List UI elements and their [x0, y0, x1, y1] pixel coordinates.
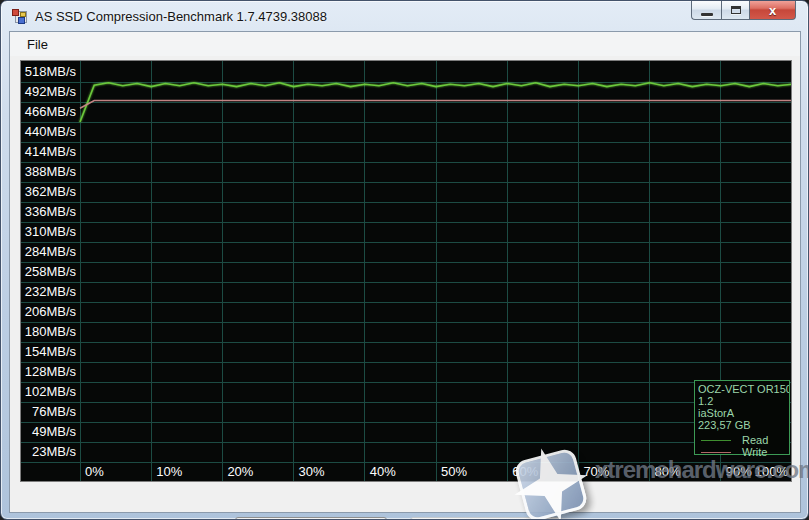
x-axis-label: 20% — [227, 463, 253, 481]
menu-bar: File — [10, 32, 800, 56]
maximize-icon — [731, 6, 741, 14]
y-axis-label: 284MB/s — [21, 242, 76, 262]
y-axis-label: 388MB/s — [21, 162, 76, 182]
xtremehardware-logo-icon — [506, 440, 597, 520]
y-axis-label: 128MB/s — [21, 362, 76, 382]
write-line-swatch — [701, 452, 731, 453]
x-axis-label: 40% — [370, 463, 396, 481]
x-axis-label: 30% — [299, 463, 325, 481]
client-area: File 518MB/s492MB/s466MB/s440MB/s414MB/s… — [9, 31, 801, 513]
y-axis-label: 518MB/s — [21, 62, 76, 82]
title-bar[interactable]: AS SSD Compression-Benchmark 1.7.4739.38… — [1, 1, 808, 31]
read-line-swatch — [701, 440, 731, 441]
y-axis-label: 362MB/s — [21, 182, 76, 202]
y-axis-label: 440MB/s — [21, 122, 76, 142]
y-axis-label: 232MB/s — [21, 282, 76, 302]
plot-area — [21, 61, 791, 481]
y-axis-label: 49MB/s — [21, 422, 76, 442]
menu-item-file[interactable]: File — [20, 35, 55, 54]
app-icon — [12, 9, 28, 25]
close-icon: x — [769, 4, 776, 17]
legend-read-label: Read — [742, 434, 768, 446]
legend-firmware: 1.2 — [698, 395, 789, 407]
y-axis-label: 180MB/s — [21, 322, 76, 342]
y-axis-label: 23MB/s — [21, 442, 76, 462]
y-axis-label: 258MB/s — [21, 262, 76, 282]
compression-chart: 518MB/s492MB/s466MB/s440MB/s414MB/s388MB… — [20, 60, 792, 482]
window-controls: x — [691, 1, 796, 20]
minimize-button[interactable] — [691, 1, 721, 20]
x-axis-label: 0% — [85, 463, 104, 481]
legend-entry-read: Read — [698, 434, 789, 446]
maximize-button[interactable] — [721, 1, 750, 20]
app-window: AS SSD Compression-Benchmark 1.7.4739.38… — [0, 0, 809, 520]
window-title: AS SSD Compression-Benchmark 1.7.4739.38… — [35, 9, 327, 24]
legend-driver: iaStorA — [698, 407, 789, 419]
x-axis-label: 10% — [156, 463, 182, 481]
x-axis-label: 50% — [441, 463, 467, 481]
y-axis-label: 414MB/s — [21, 142, 76, 162]
y-axis-label: 336MB/s — [21, 202, 76, 222]
y-axis-label: 154MB/s — [21, 342, 76, 362]
close-button[interactable]: x — [750, 1, 796, 20]
chart-legend: OCZ-VECT OR150 1.2 iaStorA 223,57 GB Rea… — [694, 380, 790, 455]
y-axis-label: 492MB/s — [21, 82, 76, 102]
watermark-text: xtremehardware.com — [595, 456, 809, 484]
y-axis-label: 206MB/s — [21, 302, 76, 322]
y-axis-label: 310MB/s — [21, 222, 76, 242]
y-axis-label: 102MB/s — [21, 382, 76, 402]
legend-capacity: 223,57 GB — [698, 419, 789, 431]
y-axis-label: 76MB/s — [21, 402, 76, 422]
legend-device-name: OCZ-VECT OR150 — [698, 383, 789, 395]
y-axis-label: 466MB/s — [21, 102, 76, 122]
minimize-icon — [701, 13, 713, 16]
